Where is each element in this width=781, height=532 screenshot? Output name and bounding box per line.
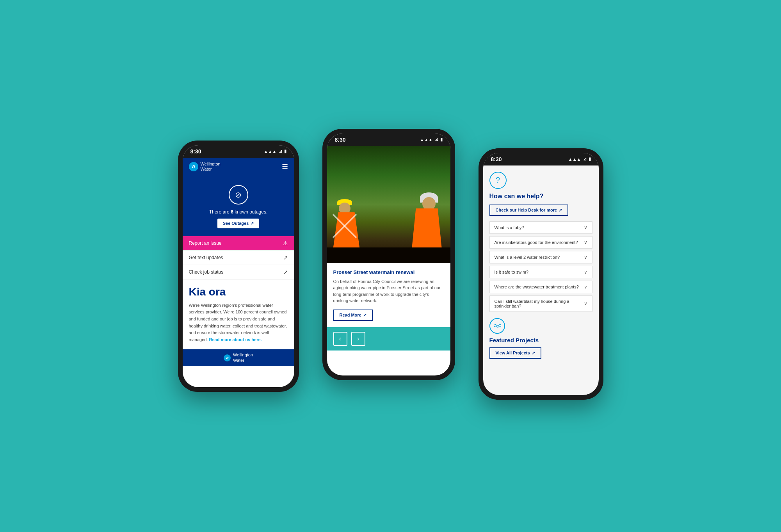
wellington-water-logo: W Wellington Water xyxy=(189,162,221,172)
help-question-icon: ? xyxy=(489,172,507,189)
phone1-navbar: W Wellington Water ☰ xyxy=(183,158,294,176)
prev-arrow-button[interactable]: ‹ xyxy=(333,332,347,346)
footer-logo-text: Wellington Water xyxy=(233,352,253,363)
time-1: 8:30 xyxy=(190,148,201,155)
wifi-icon-2: ⊿ xyxy=(435,137,438,142)
chevron-down-icon-4: ∨ xyxy=(584,269,587,275)
read-more-button[interactable]: Read More ↗ xyxy=(333,310,373,321)
arrow-icon: ↗ xyxy=(283,254,288,261)
outage-text: There are 6 known outages. xyxy=(189,209,288,215)
time-3: 8:30 xyxy=(491,156,502,162)
outage-hero: ⊘ There are 6 known outages. See Outages… xyxy=(183,176,294,236)
warning-icon: ⚠ xyxy=(283,240,288,246)
wifi-icon-3: ⊿ xyxy=(583,157,587,162)
faq-item-5[interactable]: Where are the wastewater treatment plant… xyxy=(489,281,592,293)
external-link-icon: ↗ xyxy=(250,221,254,226)
signal-icon: ▲▲▲ xyxy=(264,149,277,154)
quick-menu: Report an issue ⚠ Get text updates ↗ Che… xyxy=(183,236,294,279)
footer-logo-icon: W xyxy=(224,354,231,361)
faq-item-2[interactable]: Are insinkerators good for the environme… xyxy=(489,236,592,249)
report-issue-item[interactable]: Report an issue ⚠ xyxy=(183,236,294,251)
workers-scene xyxy=(327,146,450,263)
view-all-projects-button[interactable]: View All Projects ↗ xyxy=(489,347,541,359)
chevron-down-icon-3: ∨ xyxy=(584,254,587,260)
job-status-item[interactable]: Check job status ↗ xyxy=(183,265,294,279)
faq-item-3[interactable]: What is a level 2 water restriction? ∨ xyxy=(489,251,592,263)
worker2-head xyxy=(422,197,436,210)
logo-text: Wellington Water xyxy=(201,162,221,172)
carousel-nav: ‹ › xyxy=(327,327,450,351)
status-bar-2: 8:30 ▲▲▲ ⊿ ▮ xyxy=(327,133,450,146)
status-icons-1: ▲▲▲ ⊿ ▮ xyxy=(264,149,286,154)
phone1-footer: W Wellington Water xyxy=(183,349,294,366)
kia-ora-heading: Kia ora xyxy=(189,286,288,298)
read-more-link[interactable]: Read more about us here. xyxy=(209,337,262,342)
phone-2: 8:30 ▲▲▲ ⊿ ▮ xyxy=(322,129,455,380)
projects-water-icon xyxy=(489,318,505,334)
project-description: On behalf of Porirua City Council we are… xyxy=(333,278,444,304)
next-arrow-button[interactable]: › xyxy=(351,332,365,346)
phone-1: 8:30 ▲▲▲ ⊿ ▮ W Wellington Water ☰ ⊘ Ther… xyxy=(178,141,299,392)
battery-icon: ▮ xyxy=(284,149,286,154)
signal-icon-3: ▲▲▲ xyxy=(568,157,581,162)
status-bar-3: 8:30 ▲▲▲ ⊿ ▮ xyxy=(483,153,599,165)
chevron-down-icon-6: ∨ xyxy=(584,301,587,306)
featured-projects-heading: Featured Projects xyxy=(489,337,592,343)
featured-projects: Featured Projects View All Projects ↗ xyxy=(489,318,592,362)
phone-3: 8:30 ▲▲▲ ⊿ ▮ ? How can we help? Check ou… xyxy=(479,148,603,400)
arrow-icon-projects: ↗ xyxy=(532,351,535,356)
hamburger-menu-button[interactable]: ☰ xyxy=(282,162,288,171)
hiviz-cross xyxy=(331,212,358,240)
arrow-icon-readmore: ↗ xyxy=(363,313,366,318)
status-bar-1: 8:30 ▲▲▲ ⊿ ▮ xyxy=(183,145,294,158)
chevron-down-icon-2: ∨ xyxy=(584,240,587,245)
water-waves-icon xyxy=(493,322,501,330)
text-updates-item[interactable]: Get text updates ↗ xyxy=(183,251,294,265)
faq-item-1[interactable]: What is a toby? ∨ xyxy=(489,221,592,234)
faq-list: What is a toby? ∨ Are insinkerators good… xyxy=(489,221,592,312)
help-heading: How can we help? xyxy=(489,193,592,200)
help-content: ? How can we help? Check our Help Desk f… xyxy=(483,165,599,368)
battery-icon-3: ▮ xyxy=(589,157,591,162)
workers-image xyxy=(327,146,450,263)
time-2: 8:30 xyxy=(335,137,346,143)
status-icons-3: ▲▲▲ ⊿ ▮ xyxy=(568,157,591,162)
intro-text: We're Wellington region's professional w… xyxy=(189,302,288,343)
see-outages-button[interactable]: See Outages ↗ xyxy=(217,219,260,228)
chevron-down-icon-5: ∨ xyxy=(584,284,587,290)
status-icons-2: ▲▲▲ ⊿ ▮ xyxy=(420,137,443,142)
wifi-icon: ⊿ xyxy=(279,149,282,154)
arrow-icon-2: ↗ xyxy=(283,269,288,275)
faq-item-6[interactable]: Can I still waterblast my house during a… xyxy=(489,295,592,312)
arrow-icon-helpdesk: ↗ xyxy=(559,208,562,213)
logo-icon: W xyxy=(189,162,198,171)
faq-item-4[interactable]: Is it safe to swim? ∨ xyxy=(489,266,592,278)
signal-icon-2: ▲▲▲ xyxy=(420,137,433,142)
help-desk-button[interactable]: Check our Help Desk for more ↗ xyxy=(489,205,569,216)
battery-icon-2: ▮ xyxy=(440,137,443,142)
project-title: Prosser Street watermain renewal xyxy=(333,269,444,275)
chevron-down-icon-1: ∨ xyxy=(584,225,587,230)
intro-content: Kia ora We're Wellington region's profes… xyxy=(183,279,294,350)
project-card: Prosser Street watermain renewal On beha… xyxy=(327,263,450,327)
outage-icon: ⊘ xyxy=(229,185,248,205)
ground xyxy=(327,247,450,263)
